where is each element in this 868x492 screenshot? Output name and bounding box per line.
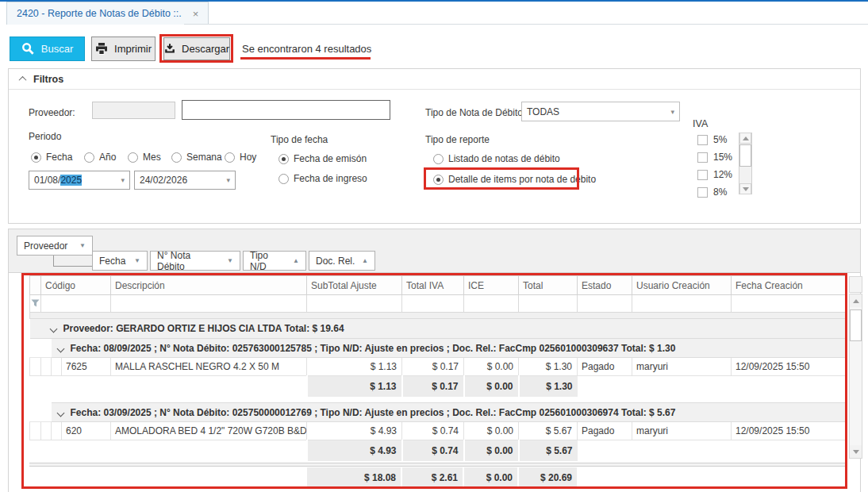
tipo-reporte-option-detalle[interactable]: Detalle de items por nota de débito — [433, 174, 596, 185]
group-box-doc-rel[interactable]: Doc. Rel. ▲ — [309, 251, 375, 271]
cell-descripcion[interactable]: AMOLADORA BED 4 1/2" 720W G720B B&D — [111, 422, 307, 440]
dropdown-arrow-icon[interactable]: ▾ — [226, 176, 230, 184]
scroll-up-icon[interactable] — [739, 133, 751, 144]
row-indicator[interactable] — [30, 358, 41, 376]
periodo-option-ano[interactable]: Año — [84, 152, 116, 163]
radio-icon[interactable] — [433, 175, 444, 185]
group-box-nota-debito[interactable]: N° Nota Débito ▼ — [150, 251, 240, 271]
filter-cell-total-iva[interactable] — [402, 295, 464, 313]
scroll-thumb[interactable] — [850, 309, 862, 341]
column-header-total-iva[interactable]: Total IVA — [402, 276, 464, 295]
imprimir-button[interactable]: Imprimir — [91, 37, 156, 61]
group-box-fecha[interactable]: Fecha ▼ — [92, 251, 148, 271]
scroll-down-icon[interactable] — [850, 445, 862, 458]
iva-option-label: 15% — [713, 152, 732, 163]
cell-total-iva[interactable]: $ 0.17 — [402, 358, 464, 376]
proveedor-code-field[interactable] — [92, 102, 175, 119]
radio-icon[interactable] — [225, 152, 235, 163]
group-chevron-icon[interactable] — [56, 409, 64, 417]
collapse-chevron-icon[interactable] — [19, 76, 27, 84]
cell-fecha-creacion[interactable]: 12/09/2025 15:50 — [732, 422, 847, 440]
tipo-nota-select[interactable]: TODAS ▾ — [521, 102, 680, 121]
cell-subtotal[interactable]: $ 1.13 — [307, 358, 402, 376]
cell-usuario[interactable]: maryuri — [632, 422, 732, 440]
group-row-nota-1[interactable]: Fecha: 08/09/2025 ; N° Nota Débito: 0257… — [30, 339, 847, 358]
checkbox-icon[interactable] — [697, 135, 708, 145]
radio-icon[interactable] — [278, 174, 289, 184]
date-from-field[interactable]: 01/08/2025 ▾ — [29, 171, 130, 190]
radio-icon[interactable] — [31, 152, 41, 163]
cell-estado[interactable]: Pagado — [578, 358, 632, 376]
radio-icon[interactable] — [84, 152, 94, 163]
cell-estado[interactable]: Pagado — [578, 422, 632, 440]
periodo-option-fecha[interactable]: Fecha — [31, 152, 72, 163]
filter-cell-usuario[interactable] — [632, 295, 732, 313]
column-header-ice[interactable]: ICE — [464, 276, 519, 295]
row-indicator[interactable] — [30, 422, 41, 440]
group-row-proveedor[interactable]: Proveedor: GERARDO ORTIZ E HIJOS CIA LTD… — [30, 319, 847, 339]
descargar-button[interactable]: Descargar — [163, 37, 230, 60]
filter-cell-subtotal[interactable] — [307, 295, 402, 313]
filter-cell-total[interactable] — [519, 295, 578, 313]
cell-ice[interactable]: $ 0.00 — [464, 422, 519, 440]
column-header-total[interactable]: Total — [519, 276, 578, 295]
group-chevron-icon[interactable] — [56, 344, 64, 352]
filters-header[interactable]: Filtros — [9, 69, 860, 90]
group-box-proveedor[interactable]: Proveedor ▼ — [17, 236, 93, 256]
filter-cell-codigo[interactable] — [41, 295, 111, 313]
iva-option-15[interactable]: 15% — [697, 152, 732, 163]
column-header-estado[interactable]: Estado — [578, 276, 632, 295]
checkbox-icon[interactable] — [697, 152, 708, 163]
cell-codigo[interactable]: 7625 — [62, 358, 111, 376]
filter-cell-estado[interactable] — [578, 295, 632, 313]
tipo-reporte-option-listado[interactable]: Listado de notas de débito — [433, 153, 560, 164]
cell-total[interactable]: $ 5.67 — [519, 422, 578, 440]
cell-subtotal[interactable]: $ 4.93 — [307, 422, 402, 440]
scroll-up-icon[interactable] — [850, 294, 862, 307]
column-header-codigo[interactable]: Código — [41, 276, 111, 295]
iva-option-8[interactable]: 8% — [697, 186, 727, 198]
dropdown-arrow-icon[interactable]: ▾ — [121, 176, 125, 184]
tipo-fecha-option-ingreso[interactable]: Fecha de ingreso — [278, 173, 367, 184]
cell-codigo[interactable]: 620 — [62, 422, 111, 440]
radio-icon[interactable] — [278, 154, 289, 164]
iva-option-5[interactable]: 5% — [697, 134, 727, 145]
cell-ice[interactable]: $ 0.00 — [464, 358, 519, 376]
scroll-thumb[interactable] — [739, 144, 751, 167]
radio-icon[interactable] — [171, 152, 182, 163]
column-header-subtotal[interactable]: SubTotal Ajuste — [307, 276, 402, 295]
cell-descripcion[interactable]: MALLA RASCHEL NEGRO 4.2 X 50 M — [111, 358, 307, 376]
column-header-usuario[interactable]: Usuario Creación — [632, 276, 732, 295]
cell-usuario[interactable]: maryuri — [632, 358, 732, 376]
group-box-tipo-nd[interactable]: Tipo N/D ▲ — [243, 251, 306, 271]
checkbox-icon[interactable] — [697, 187, 708, 198]
printer-icon — [95, 43, 108, 55]
tab-reporte-notas-debito[interactable]: 2420 - Reporte de Notas de Débito ::. × — [6, 2, 209, 25]
cell-total-iva[interactable]: $ 0.74 — [402, 422, 464, 440]
filter-cell-fecha-creacion[interactable] — [732, 295, 847, 313]
funnel-icon[interactable] — [30, 295, 41, 313]
periodo-option-hoy[interactable]: Hoy — [225, 152, 256, 163]
periodo-option-semana[interactable]: Semana — [171, 152, 222, 163]
proveedor-name-field[interactable] — [182, 100, 390, 120]
scroll-down-icon[interactable] — [739, 183, 751, 194]
close-icon[interactable]: × — [193, 8, 199, 20]
iva-scrollbar[interactable] — [739, 133, 752, 194]
date-to-field[interactable]: 24/02/2026 ▾ — [134, 171, 236, 190]
periodo-option-mes[interactable]: Mes — [128, 152, 161, 163]
iva-option-12[interactable]: 12% — [697, 169, 732, 180]
group-chevron-icon[interactable] — [49, 325, 57, 333]
cell-total[interactable]: $ 1.30 — [519, 358, 578, 376]
radio-icon[interactable] — [433, 154, 444, 164]
column-header-descripcion[interactable]: Descripción — [111, 276, 307, 295]
filter-cell-descripcion[interactable] — [111, 295, 307, 313]
tipo-fecha-option-emision[interactable]: Fecha de emisón — [278, 153, 367, 164]
cell-fecha-creacion[interactable]: 12/09/2025 15:50 — [732, 358, 847, 376]
radio-icon[interactable] — [128, 152, 138, 163]
group-row-nota-2[interactable]: Fecha: 03/09/2025 ; N° Nota Débito: 0257… — [30, 403, 847, 422]
buscar-button[interactable]: Buscar — [10, 37, 85, 61]
checkbox-icon[interactable] — [697, 170, 708, 180]
filter-cell-ice[interactable] — [464, 295, 519, 313]
grid-scrollbar[interactable] — [849, 294, 862, 459]
column-header-fecha-creacion[interactable]: Fecha Creación — [732, 276, 847, 295]
